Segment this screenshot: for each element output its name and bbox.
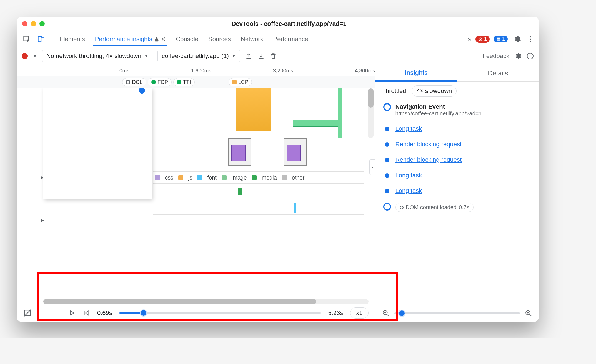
maximize-window-button[interactable] bbox=[39, 21, 45, 26]
insight-link[interactable]: Long task bbox=[395, 172, 422, 179]
throttle-select[interactable]: No network throttling, 4× slowdown ▼ bbox=[42, 50, 153, 62]
lane-row bbox=[153, 184, 364, 199]
insights-sidepanel: › Insights Details Throttled: 4× slowdow… bbox=[375, 65, 539, 322]
tooltip-overlay bbox=[43, 88, 152, 199]
tab-details[interactable]: Details bbox=[457, 65, 539, 81]
insight-link[interactable]: Long task bbox=[395, 125, 422, 132]
inspect-element-icon[interactable] bbox=[21, 34, 32, 45]
throttled-value[interactable]: 4× slowdown bbox=[412, 85, 457, 97]
device-toggle-icon[interactable] bbox=[36, 34, 47, 45]
image-block[interactable] bbox=[293, 120, 340, 127]
legend-swatch bbox=[197, 175, 202, 180]
marker-dcl[interactable]: DCL bbox=[122, 78, 146, 86]
error-badge[interactable]: 1 bbox=[475, 36, 490, 43]
tab-console[interactable]: Console bbox=[174, 32, 200, 46]
window-title: DevTools - coffee-cart.netlify.app/?ad=1 bbox=[45, 20, 533, 27]
legend-swatch bbox=[222, 175, 227, 180]
insight-item[interactable]: Long task bbox=[383, 187, 531, 194]
insight-item[interactable]: Render blocking request bbox=[383, 156, 531, 163]
ruler-tick: 1,600ms bbox=[191, 68, 211, 74]
zoom-out-icon[interactable] bbox=[382, 310, 389, 317]
legend-label: css bbox=[165, 175, 173, 181]
expand-row-icon[interactable]: ▶ bbox=[41, 218, 44, 223]
window-titlebar: DevTools - coffee-cart.netlify.app/?ad=1 bbox=[17, 17, 539, 31]
skip-start-icon[interactable] bbox=[83, 309, 90, 317]
tab-insights[interactable]: Insights bbox=[375, 65, 457, 82]
zoom-slider[interactable] bbox=[394, 312, 520, 314]
legend-swatch bbox=[282, 175, 287, 180]
horizontal-scrollbar[interactable] bbox=[43, 299, 369, 304]
svg-point-5 bbox=[530, 41, 531, 42]
svg-point-3 bbox=[530, 36, 531, 37]
insight-navigation[interactable]: Navigation Event https://coffee-cart.net… bbox=[383, 103, 531, 117]
metric-markers: DCL FCP TTI LCP bbox=[17, 76, 375, 88]
close-tab-icon[interactable]: ✕ bbox=[161, 36, 166, 42]
insight-dcl-time: 0.7s bbox=[459, 204, 469, 211]
playhead[interactable] bbox=[142, 88, 142, 298]
svg-rect-2 bbox=[41, 38, 44, 42]
svg-line-11 bbox=[387, 314, 389, 316]
legend-label: media bbox=[262, 175, 277, 181]
feedback-link[interactable]: Feedback bbox=[482, 52, 509, 60]
export-icon[interactable] bbox=[245, 52, 252, 60]
screenshot-thumb[interactable] bbox=[228, 138, 251, 166]
lane-row bbox=[153, 199, 364, 215]
insight-item[interactable]: Long task bbox=[383, 125, 531, 132]
timeline-area: 0ms 1,600ms 3,200ms 4,800ms DCL FCP TTI … bbox=[17, 65, 375, 322]
slider-thumb[interactable] bbox=[398, 310, 405, 317]
insight-dcl[interactable]: DOM content loaded 0.7s bbox=[383, 203, 531, 212]
zoom-controls bbox=[375, 305, 539, 322]
help-icon[interactable]: ? bbox=[527, 52, 534, 60]
legend-swatch bbox=[155, 175, 160, 180]
insights-list: Navigation Event https://coffee-cart.net… bbox=[375, 100, 539, 305]
insight-item[interactable]: Long task bbox=[383, 172, 531, 179]
image-side-block[interactable] bbox=[338, 88, 342, 138]
page-select[interactable]: coffee-cart.netlify.app (1) ▼ bbox=[157, 50, 240, 62]
vertical-scrollbar[interactable] bbox=[368, 88, 374, 138]
minimize-window-button[interactable] bbox=[31, 21, 36, 26]
media-bar[interactable] bbox=[238, 188, 242, 195]
kebab-menu-icon[interactable] bbox=[527, 35, 534, 43]
play-icon[interactable] bbox=[68, 309, 76, 317]
chevron-down-icon: ▼ bbox=[144, 54, 149, 59]
record-button[interactable] bbox=[22, 53, 28, 59]
issues-count: 1 bbox=[502, 36, 505, 42]
tab-elements[interactable]: Elements bbox=[58, 32, 87, 46]
marker-tti[interactable]: TTI bbox=[173, 78, 195, 86]
collapse-panel-icon[interactable]: › bbox=[369, 159, 375, 175]
playback-bar: 0.69s 5.93s x1 bbox=[17, 304, 375, 322]
ruler-tick: 0ms bbox=[119, 68, 129, 74]
panel-settings-icon[interactable] bbox=[514, 52, 522, 60]
replay-disabled-icon[interactable] bbox=[23, 309, 32, 317]
insight-link[interactable]: Render blocking request bbox=[395, 141, 462, 148]
issues-badge[interactable]: 1 bbox=[494, 36, 508, 42]
more-tabs-button[interactable]: » bbox=[468, 35, 472, 43]
playback-speed[interactable]: x1 bbox=[350, 307, 368, 318]
marker-fcp[interactable]: FCP bbox=[148, 78, 172, 86]
tab-performance-insights[interactable]: Performance insights ✕ bbox=[93, 32, 168, 46]
insight-item[interactable]: Render blocking request bbox=[383, 141, 531, 148]
insight-link[interactable]: Long task bbox=[395, 187, 422, 194]
screenshot-thumb[interactable] bbox=[284, 138, 307, 166]
tab-label: Performance insights bbox=[95, 36, 152, 43]
devtools-tabs: Elements Performance insights ✕ Console … bbox=[17, 31, 539, 47]
import-icon[interactable] bbox=[257, 52, 265, 60]
tab-performance[interactable]: Performance bbox=[272, 32, 310, 46]
throttle-select-label: No network throttling, 4× slowdown bbox=[46, 52, 141, 60]
settings-icon[interactable] bbox=[513, 35, 521, 43]
timeline-lanes[interactable]: css js font image media other ▶ ▶ bbox=[17, 88, 375, 298]
slider-thumb[interactable] bbox=[140, 309, 147, 317]
marker-lcp[interactable]: LCP bbox=[229, 78, 252, 86]
insight-link[interactable]: Render blocking request bbox=[395, 156, 462, 163]
scrollbar-thumb[interactable] bbox=[43, 299, 316, 304]
tab-sources[interactable]: Sources bbox=[207, 32, 232, 46]
delete-icon[interactable] bbox=[270, 52, 277, 60]
close-window-button[interactable] bbox=[22, 21, 27, 26]
tab-network[interactable]: Network bbox=[239, 32, 265, 46]
record-dropdown-icon[interactable]: ▼ bbox=[33, 54, 37, 59]
zoom-in-icon[interactable] bbox=[525, 310, 532, 317]
lcp-block[interactable] bbox=[236, 88, 271, 131]
time-ruler: 0ms 1,600ms 3,200ms 4,800ms bbox=[17, 65, 375, 76]
font-bar[interactable] bbox=[294, 203, 296, 213]
playback-slider[interactable] bbox=[119, 312, 321, 314]
